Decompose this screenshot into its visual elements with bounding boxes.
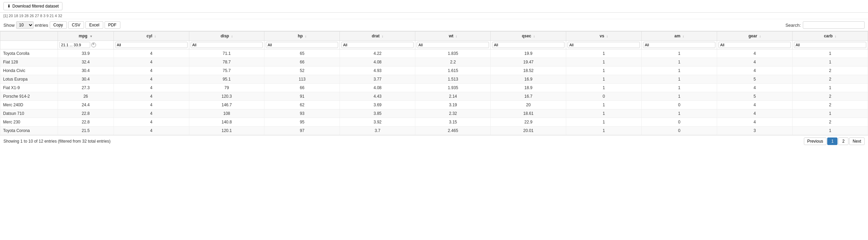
download-button[interactable]: ⬇ Download filtered dataset — [3, 2, 62, 10]
mpg-sort-icon: ▼ — [90, 35, 93, 38]
gear-filter-input[interactable] — [718, 42, 791, 48]
vs-sort-icon: ↕ — [606, 35, 608, 38]
cell-name: Honda Civic — [0, 67, 58, 75]
filter-qsec[interactable] — [491, 41, 566, 49]
previous-button[interactable]: Previous — [804, 137, 827, 145]
filter-drat[interactable] — [340, 41, 415, 49]
cell-vs: 1 — [566, 127, 642, 135]
th-name[interactable] — [0, 32, 58, 41]
entries-select[interactable]: 10 25 50 100 — [16, 21, 34, 29]
cell-qsec: 16.7 — [491, 92, 566, 101]
th-carb[interactable]: carb ↕ — [793, 32, 868, 41]
th-disp[interactable]: disp ↕ — [189, 32, 264, 41]
table-row: Toyota Corolla33.9471.1654.221.83519.911… — [0, 49, 868, 58]
filter-gear[interactable] — [717, 41, 793, 49]
copy-button[interactable]: Copy — [50, 21, 67, 29]
cell-cyl: 4 — [114, 92, 189, 101]
cell-carb: 1 — [793, 127, 868, 135]
th-am[interactable]: am ↕ — [642, 32, 717, 41]
cell-vs: 1 — [566, 118, 642, 127]
cell-hp: 66 — [264, 58, 340, 67]
th-vs[interactable]: vs ↕ — [566, 32, 642, 41]
next-button[interactable]: Next — [849, 137, 865, 145]
cell-name: Fiat X1-9 — [0, 84, 58, 92]
filter-carb[interactable] — [793, 41, 868, 49]
th-qsec[interactable]: qsec ↕ — [491, 32, 566, 41]
cell-cyl: 4 — [114, 101, 189, 109]
wt-filter-input[interactable] — [417, 42, 489, 48]
filter-disp[interactable] — [189, 41, 264, 49]
cell-hp: 95 — [264, 118, 340, 127]
cell-mpg: 30.4 — [58, 67, 114, 75]
cell-mpg: 22.8 — [58, 118, 114, 127]
hp-filter-input[interactable] — [266, 42, 338, 48]
qsec-sort-icon: ↕ — [533, 35, 535, 38]
th-hp[interactable]: hp ↕ — [264, 32, 340, 41]
filter-cyl[interactable] — [114, 41, 189, 49]
cell-disp: 120.1 — [189, 127, 264, 135]
cell-wt: 2.465 — [415, 127, 491, 135]
table-row: Fiat 12832.4478.7664.082.219.471141 — [0, 58, 868, 67]
cell-qsec: 20.01 — [491, 127, 566, 135]
th-mpg[interactable]: mpg ▼ — [58, 32, 114, 41]
cell-name: Merc 230 — [0, 118, 58, 127]
th-gear[interactable]: gear ↕ — [717, 32, 793, 41]
cell-disp: 140.8 — [189, 118, 264, 127]
entries-label: entries — [35, 23, 48, 28]
cell-hp: 66 — [264, 84, 340, 92]
filter-hp[interactable] — [264, 41, 340, 49]
carb-filter-input[interactable] — [794, 42, 866, 48]
th-cyl[interactable]: cyl ↕ — [114, 32, 189, 41]
cell-cyl: 4 — [114, 127, 189, 135]
cell-wt: 1.835 — [415, 49, 491, 58]
cell-mpg: 33.9 — [58, 49, 114, 58]
cell-vs: 1 — [566, 67, 642, 75]
mpg-filter-input[interactable] — [59, 42, 90, 48]
cell-cyl: 4 — [114, 109, 189, 118]
am-filter-input[interactable] — [643, 42, 715, 48]
filter-am[interactable] — [642, 41, 717, 49]
th-drat[interactable]: drat ↕ — [340, 32, 415, 41]
filter-vs[interactable] — [566, 41, 642, 49]
cell-name: Toyota Corona — [0, 127, 58, 135]
cell-cyl: 4 — [114, 75, 189, 84]
cell-drat: 4.08 — [340, 58, 415, 67]
drat-filter-input[interactable] — [341, 42, 414, 48]
search-input[interactable] — [803, 21, 865, 29]
filter-mpg[interactable] — [58, 41, 114, 49]
vs-filter-input[interactable] — [568, 42, 640, 48]
cell-gear: 4 — [717, 109, 793, 118]
cell-am: 1 — [642, 49, 717, 58]
search-label: Search: — [785, 23, 801, 28]
cell-am: 1 — [642, 84, 717, 92]
page-2-button[interactable]: 2 — [838, 137, 848, 145]
cell-gear: 4 — [717, 101, 793, 109]
cell-drat: 3.85 — [340, 109, 415, 118]
page-1-button[interactable]: 1 — [827, 137, 837, 145]
cyl-filter-input[interactable] — [115, 42, 188, 48]
footer-row: Showing 1 to 10 of 12 entries (filtered … — [0, 135, 868, 147]
show-label: Show — [3, 23, 15, 28]
cell-am: 1 — [642, 109, 717, 118]
mpg-reset-icon[interactable] — [91, 43, 96, 47]
cyl-sort-icon: ↕ — [154, 35, 156, 38]
cell-disp: 146.7 — [189, 101, 264, 109]
cell-carb: 2 — [793, 92, 868, 101]
drat-sort-icon: ↕ — [382, 35, 383, 38]
cell-gear: 4 — [717, 67, 793, 75]
th-wt[interactable]: wt ↕ — [415, 32, 491, 41]
qsec-filter-input[interactable] — [492, 42, 564, 48]
pagination: Previous 1 2 Next — [804, 137, 865, 145]
filter-wt[interactable] — [415, 41, 491, 49]
cell-vs: 0 — [566, 92, 642, 101]
excel-button[interactable]: Excel — [85, 21, 103, 29]
cell-qsec: 19.47 — [491, 58, 566, 67]
cell-vs: 1 — [566, 109, 642, 118]
pdf-button[interactable]: PDF — [105, 21, 120, 29]
cell-qsec: 18.61 — [491, 109, 566, 118]
table-row: Merc 240D24.44146.7623.693.19201042 — [0, 101, 868, 109]
showing-text: Showing 1 to 10 of 12 entries (filtered … — [3, 139, 110, 144]
cell-am: 1 — [642, 58, 717, 67]
csv-button[interactable]: CSV — [68, 21, 84, 29]
disp-filter-input[interactable] — [191, 42, 263, 48]
